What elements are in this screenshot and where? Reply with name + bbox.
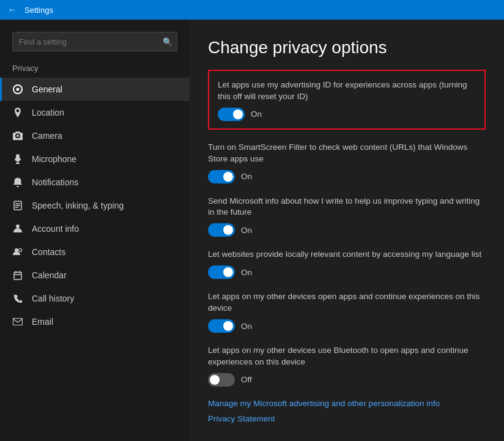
call-history-label: Call history — [32, 294, 74, 303]
content-area: Change privacy options Let apps use my a… — [190, 20, 504, 441]
sidebar-item-microphone[interactable]: Microphone — [0, 147, 190, 171]
email-label: Email — [32, 317, 53, 327]
speech-icon — [12, 200, 23, 211]
sidebar-item-call-history[interactable]: Call history — [0, 287, 190, 310]
contacts-label: Contacts — [32, 247, 65, 257]
svg-rect-12 — [13, 319, 23, 325]
svg-point-0 — [17, 88, 20, 91]
other-devices-toggle-row: On — [208, 319, 486, 333]
calendar-icon — [12, 270, 23, 281]
other-devices-toggle-label: On — [241, 322, 252, 331]
email-icon — [12, 316, 23, 327]
contacts-icon — [12, 246, 23, 258]
speech-label: Speech, inking, & typing — [32, 201, 124, 210]
advertising-id-toggle-row: On — [218, 108, 476, 121]
sidebar-header: 🔍 — [0, 20, 190, 57]
toggle-knob — [223, 225, 233, 235]
language-list-section: Let websites provide locally relevant co… — [208, 249, 486, 279]
camera-icon — [12, 130, 23, 141]
calendar-label: Calendar — [32, 270, 67, 280]
bluetooth-toggle-label: Off — [241, 375, 252, 384]
location-icon — [12, 107, 23, 118]
language-list-toggle-row: On — [208, 265, 486, 279]
manage-advertising-link[interactable]: Manage my Microsoft advertising and othe… — [208, 399, 486, 408]
bluetooth-toggle[interactable] — [208, 373, 235, 387]
typing-info-toggle-row: On — [208, 223, 486, 237]
camera-label: Camera — [32, 131, 62, 141]
sidebar-item-location[interactable]: Location — [0, 101, 190, 124]
toggle-knob — [210, 375, 220, 385]
main-layout: 🔍 Privacy General Location — [0, 20, 504, 441]
smartscreen-section: Turn on SmartScreen Filter to check web … — [208, 142, 486, 183]
call-history-icon — [12, 293, 23, 304]
svg-point-7 — [19, 249, 22, 252]
notifications-label: Notifications — [32, 177, 78, 187]
privacy-statement-link[interactable]: Privacy Statement — [208, 414, 486, 423]
other-devices-toggle[interactable] — [208, 319, 235, 333]
search-container: 🔍 — [12, 32, 177, 51]
other-devices-section: Let apps on my other devices open apps a… — [208, 291, 486, 333]
typing-info-toggle[interactable] — [208, 223, 235, 237]
toggle-knob — [223, 172, 233, 182]
bluetooth-text: Let apps on my other devices use Bluetoo… — [208, 345, 486, 368]
toggle-knob — [223, 321, 233, 331]
svg-rect-8 — [14, 272, 21, 280]
smartscreen-toggle-row: On — [208, 170, 486, 183]
smartscreen-toggle[interactable] — [208, 170, 235, 183]
typing-info-toggle-label: On — [241, 226, 252, 235]
sidebar-item-speech[interactable]: Speech, inking, & typing — [0, 194, 190, 217]
language-list-text: Let websites provide locally relevant co… — [208, 249, 486, 261]
language-list-toggle-label: On — [241, 268, 252, 277]
advertising-id-toggle[interactable] — [218, 108, 245, 121]
svg-point-5 — [16, 224, 20, 228]
highlighted-setting: Let apps use my advertising ID for exper… — [208, 70, 486, 130]
smartscreen-toggle-label: On — [241, 172, 252, 181]
toggle-knob — [233, 109, 243, 119]
notifications-icon — [12, 177, 23, 188]
search-icon: 🔍 — [163, 37, 172, 46]
typing-info-text: Send Microsoft info about how I write to… — [208, 196, 486, 219]
search-input[interactable] — [12, 32, 177, 51]
account-info-label: Account info — [32, 224, 79, 234]
account-info-icon — [12, 223, 23, 234]
bluetooth-section: Let apps on my other devices use Bluetoo… — [208, 345, 486, 387]
sidebar-item-camera[interactable]: Camera — [0, 124, 190, 147]
back-button[interactable]: ← — [6, 4, 18, 16]
sidebar-section-label: Privacy — [0, 57, 190, 78]
page-title: Change privacy options — [208, 38, 486, 57]
smartscreen-text: Turn on SmartScreen Filter to check web … — [208, 142, 486, 165]
sidebar-item-account-info[interactable]: Account info — [0, 217, 190, 240]
title-bar-title: Settings — [24, 6, 53, 15]
title-bar: ← Settings — [0, 0, 504, 20]
sidebar-item-general[interactable]: General — [0, 78, 190, 101]
microphone-icon — [12, 154, 23, 165]
general-label: General — [32, 84, 62, 94]
sidebar-item-email[interactable]: Email — [0, 310, 190, 333]
bluetooth-toggle-row: Off — [208, 373, 486, 387]
microphone-label: Microphone — [32, 154, 76, 164]
toggle-knob — [223, 267, 233, 277]
sidebar-item-calendar[interactable]: Calendar — [0, 264, 190, 287]
other-devices-text: Let apps on my other devices open apps a… — [208, 291, 486, 314]
sidebar-item-notifications[interactable]: Notifications — [0, 171, 190, 194]
language-list-toggle[interactable] — [208, 265, 235, 279]
typing-info-section: Send Microsoft info about how I write to… — [208, 196, 486, 237]
advertising-id-toggle-label: On — [251, 109, 262, 119]
sidebar-item-contacts[interactable]: Contacts — [0, 240, 190, 264]
location-label: Location — [32, 108, 64, 117]
sidebar: 🔍 Privacy General Location — [0, 20, 190, 441]
advertising-id-text: Let apps use my advertising ID for exper… — [218, 80, 476, 103]
general-icon — [12, 84, 23, 95]
